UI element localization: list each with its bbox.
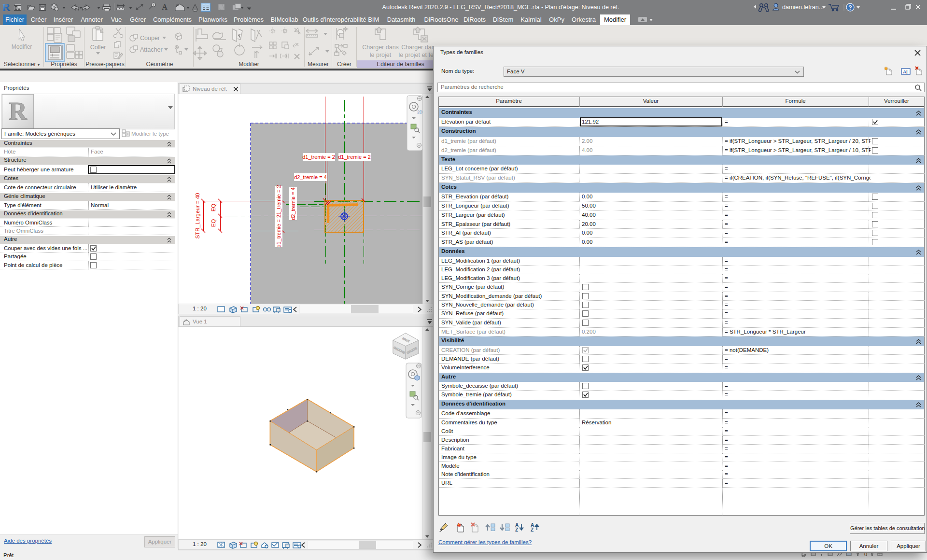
svg-text:le projet: le projet [370,52,392,58]
svg-text:A: A [162,3,168,11]
svg-text:Attacher: Attacher [140,46,163,53]
svg-text:Z: Z [515,527,518,532]
svg-text:Charger dans: Charger dans [401,44,438,51]
svg-text:Modifier: Modifier [12,43,32,50]
svg-text:Autodesk Revit 2020.2.9 - LEG_: Autodesk Revit 2020.2.9 - LEG_RSV_Rect#2… [382,4,619,11]
svg-text:Charger dans: Charger dans [362,44,399,51]
svg-text:d2_tremie = 4: d2_tremie = 4 [294,174,327,180]
svg-text:Couper: Couper [140,35,160,42]
svg-text:EQ: EQ [211,204,216,212]
svg-text:damien.lefran...: damien.lefran... [782,4,824,11]
svg-text:Z: Z [531,527,534,532]
svg-text:A|: A| [903,69,908,74]
svg-text:d1_tremie = 21_tremie = 2: d1_tremie = 21_tremie = 2 [276,185,281,247]
svg-text:R: R [9,98,28,125]
svg-text:R: R [2,1,11,14]
svg-text:d1_tremie = 2: d1_tremie = 2 [302,154,335,160]
svg-text:EQ: EQ [211,219,216,227]
svg-text:2D: 2D [417,110,422,114]
svg-text:Coller: Coller [90,44,106,51]
svg-text:d2_tremie = 4: d2_tremie = 4 [290,187,296,220]
svg-text:?: ? [848,4,852,11]
svg-text:STR_Largeur = 40: STR_Largeur = 40 [195,193,200,239]
svg-text:d1_tremie = 2: d1_tremie = 2 [338,154,371,160]
svg-text:1: 1 [153,3,154,7]
